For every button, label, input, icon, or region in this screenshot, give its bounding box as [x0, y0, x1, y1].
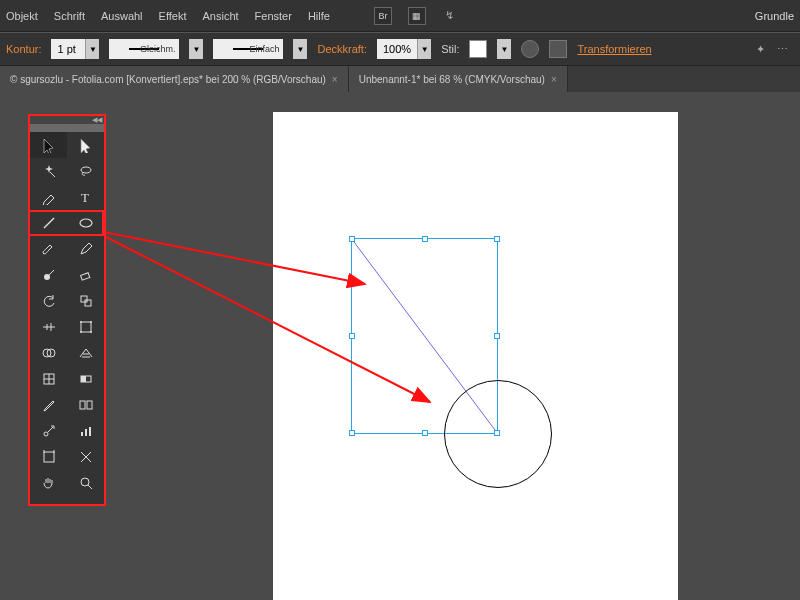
resize-handle[interactable]: [422, 430, 428, 436]
svg-rect-11: [85, 300, 91, 306]
svg-point-33: [81, 478, 89, 486]
pen-tool[interactable]: [30, 184, 67, 210]
artboard-tool[interactable]: [30, 444, 67, 470]
svg-rect-28: [85, 429, 87, 436]
bridge-icon[interactable]: Br: [374, 7, 392, 25]
svg-rect-24: [80, 401, 85, 409]
opacity-label: Deckkraft:: [317, 43, 367, 55]
symbol-sprayer-tool[interactable]: [30, 418, 67, 444]
chevron-down-icon[interactable]: ▼: [293, 39, 307, 59]
magic-wand-tool[interactable]: [30, 158, 67, 184]
chevron-down-icon: ▼: [417, 39, 431, 59]
svg-text:T: T: [81, 190, 89, 205]
document-tab[interactable]: Unbenannt-1* bei 68 % (CMYK/Vorschau) ×: [349, 66, 568, 92]
artboard[interactable]: [273, 112, 678, 600]
resize-handle[interactable]: [494, 333, 500, 339]
tab-label: © sgursozlu - Fotolia.com [Konvertiert].…: [10, 74, 326, 85]
eraser-tool[interactable]: [67, 262, 104, 288]
perspective-grid-tool[interactable]: [67, 340, 104, 366]
svg-point-15: [80, 331, 82, 333]
svg-line-3: [50, 172, 55, 177]
svg-rect-30: [44, 452, 54, 462]
menu-fenster[interactable]: Fenster: [255, 10, 292, 22]
chevron-down-icon[interactable]: ▼: [497, 39, 511, 59]
svg-rect-10: [81, 296, 87, 302]
arrange-documents-icon[interactable]: ▦: [408, 7, 426, 25]
direct-selection-tool[interactable]: [67, 132, 104, 158]
svg-line-34: [88, 485, 92, 489]
menu-bar: Objekt Schrift Auswahl Effekt Ansicht Fe…: [0, 0, 800, 32]
type-tool[interactable]: T: [67, 184, 104, 210]
resize-handle[interactable]: [422, 236, 428, 242]
menu-auswahl[interactable]: Auswahl: [101, 10, 143, 22]
free-transform-tool[interactable]: [67, 314, 104, 340]
recolor-artwork-button[interactable]: [521, 40, 539, 58]
gradient-tool[interactable]: [67, 366, 104, 392]
mesh-tool[interactable]: [30, 366, 67, 392]
stroke-width-value: 1 pt: [51, 43, 85, 55]
svg-rect-25: [87, 401, 92, 409]
isolate-icon[interactable]: ✦: [752, 41, 768, 57]
hand-tool[interactable]: [30, 470, 67, 496]
workspace-switcher[interactable]: Grundle: [755, 10, 794, 22]
close-icon[interactable]: ×: [332, 74, 338, 85]
opacity-combo[interactable]: 100% ▼: [377, 39, 431, 59]
more-options-icon[interactable]: ⋯: [774, 41, 790, 57]
close-icon[interactable]: ×: [551, 74, 557, 85]
zoom-tool[interactable]: [67, 470, 104, 496]
scale-tool[interactable]: [67, 288, 104, 314]
ellipse-art[interactable]: [444, 380, 552, 488]
menu-ansicht[interactable]: Ansicht: [203, 10, 239, 22]
style-label: Stil:: [441, 43, 459, 55]
svg-rect-27: [81, 432, 83, 436]
stroke-profile-combo[interactable]: Einfach: [213, 39, 283, 59]
menu-objekt[interactable]: Objekt: [6, 10, 38, 22]
chevron-down-icon: ▼: [85, 39, 99, 59]
resize-handle[interactable]: [349, 236, 355, 242]
stroke-width-combo[interactable]: 1 pt ▼: [51, 39, 99, 59]
tools-panel: ◀◀ T: [30, 116, 104, 504]
resize-handle[interactable]: [349, 430, 355, 436]
stroke-cap-combo[interactable]: Gleichm.: [109, 39, 179, 59]
menu-schrift[interactable]: Schrift: [54, 10, 85, 22]
selection-tool[interactable]: [30, 132, 67, 158]
svg-point-26: [44, 432, 48, 436]
svg-point-6: [80, 219, 92, 227]
menu-effekt[interactable]: Effekt: [159, 10, 187, 22]
workspace: [0, 92, 800, 600]
rotate-tool[interactable]: [30, 288, 67, 314]
line-segment-tool[interactable]: [30, 210, 67, 236]
document-tab[interactable]: © sgursozlu - Fotolia.com [Konvertiert].…: [0, 66, 349, 92]
column-graph-tool[interactable]: [67, 418, 104, 444]
tab-label: Unbenannt-1* bei 68 % (CMYK/Vorschau): [359, 74, 545, 85]
blob-brush-tool[interactable]: [30, 262, 67, 288]
style-swatch[interactable]: [469, 40, 487, 58]
svg-point-13: [80, 321, 82, 323]
resize-handle[interactable]: [494, 236, 500, 242]
pencil-tool[interactable]: [67, 236, 104, 262]
tools-grip[interactable]: [30, 124, 104, 132]
svg-rect-29: [89, 427, 91, 436]
opacity-value: 100%: [377, 43, 417, 55]
slice-tool[interactable]: [67, 444, 104, 470]
options-bar: Kontur: 1 pt ▼ Gleichm. ▼ Einfach ▼ Deck…: [0, 32, 800, 66]
svg-line-5: [44, 218, 54, 228]
sync-icon[interactable]: ↯: [442, 8, 458, 24]
menu-hilfe[interactable]: Hilfe: [308, 10, 330, 22]
svg-line-8: [49, 270, 54, 275]
resize-handle[interactable]: [349, 333, 355, 339]
collapse-panel-icon[interactable]: ◀◀: [30, 116, 104, 124]
eyedropper-tool[interactable]: [30, 392, 67, 418]
stroke-label: Kontur:: [6, 43, 41, 55]
svg-rect-23: [81, 376, 86, 382]
width-tool[interactable]: [30, 314, 67, 340]
shape-builder-tool[interactable]: [30, 340, 67, 366]
svg-point-14: [90, 321, 92, 323]
chevron-down-icon[interactable]: ▼: [189, 39, 203, 59]
ellipse-tool[interactable]: [67, 210, 104, 236]
align-button[interactable]: [549, 40, 567, 58]
blend-tool[interactable]: [67, 392, 104, 418]
lasso-tool[interactable]: [67, 158, 104, 184]
transform-link[interactable]: Transformieren: [577, 43, 651, 55]
paintbrush-tool[interactable]: [30, 236, 67, 262]
